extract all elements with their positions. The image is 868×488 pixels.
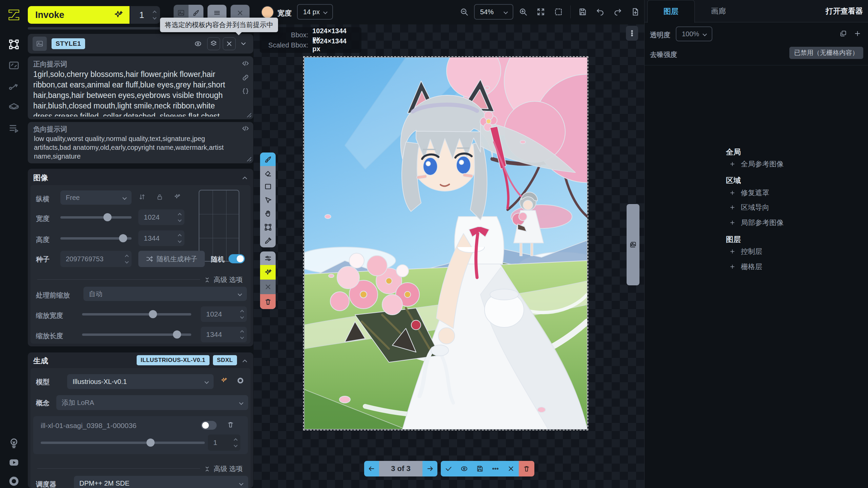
- brush-color-swatch[interactable]: [262, 6, 273, 18]
- lora-enable-toggle[interactable]: [201, 421, 217, 430]
- whats-new-icon[interactable]: [0, 434, 28, 453]
- negative-prompt-text[interactable]: low quality,worst quality,normal quality…: [34, 134, 224, 161]
- optimize-size-icon[interactable]: [174, 193, 181, 201]
- cancel-staging-icon[interactable]: [260, 280, 276, 294]
- more-actions-button[interactable]: [488, 461, 503, 476]
- prompt-link-icon[interactable]: [242, 74, 249, 81]
- discard-image-button[interactable]: [519, 461, 534, 476]
- prompt-embed-icon[interactable]: [242, 60, 249, 67]
- lora-weight-numbox[interactable]: 1: [208, 434, 240, 451]
- nav-models-icon[interactable]: [0, 97, 28, 118]
- accept-image-button[interactable]: [441, 461, 456, 476]
- zoom-in-icon[interactable]: [515, 4, 531, 20]
- lora-delete-icon[interactable]: [227, 421, 234, 428]
- image-advanced-options[interactable]: 高级 选项: [204, 275, 243, 284]
- save-image-button[interactable]: [472, 461, 488, 476]
- add-regional-reference-image[interactable]: 局部参考图像: [729, 218, 784, 227]
- add-inpaint-mask[interactable]: 修复遮罩: [729, 188, 769, 198]
- aspect-select[interactable]: Free: [60, 190, 132, 205]
- invoke-button[interactable]: Invoke: [28, 6, 130, 24]
- nav-upscaling-icon[interactable]: [0, 55, 28, 76]
- generation-collapse-icon[interactable]: [241, 357, 249, 365]
- prompt-braces-icon[interactable]: [242, 87, 249, 95]
- template-preview-icon[interactable]: [192, 37, 204, 50]
- generation-advanced-options[interactable]: 高级 选项: [204, 464, 243, 473]
- eraser-tool-icon[interactable]: [260, 166, 276, 180]
- fit-to-view-icon[interactable]: [533, 4, 549, 20]
- pan-tool-icon[interactable]: [260, 207, 276, 220]
- positive-prompt-box[interactable]: 正向提示词 1girl,solo,cherry blossoms,hair fl…: [28, 56, 253, 119]
- prompt-embed-icon[interactable]: [242, 125, 249, 132]
- redo-icon[interactable]: [610, 4, 626, 20]
- video-tutorials-icon[interactable]: [0, 453, 28, 472]
- tab-gallery[interactable]: 画廊: [695, 0, 742, 22]
- randomize-seed-button[interactable]: 随机生成种子: [138, 251, 205, 267]
- scaled-height-slider[interactable]: [82, 327, 191, 342]
- next-image-button[interactable]: [422, 461, 437, 476]
- queue-count-steppers[interactable]: [153, 11, 156, 19]
- tab-layers[interactable]: 图层: [647, 0, 695, 23]
- style-template-row[interactable]: STYLE1: [28, 34, 253, 54]
- scaled-height-numbox[interactable]: 1344: [201, 327, 247, 342]
- canvas-image[interactable]: [304, 57, 587, 429]
- model-settings-gear-icon[interactable]: [237, 377, 244, 384]
- open-viewer-button[interactable]: 打开查看器: [826, 0, 863, 22]
- settings-icon[interactable]: [0, 472, 28, 488]
- seed-input[interactable]: 2097769753: [60, 251, 132, 267]
- queue-count-box[interactable]: 1: [130, 6, 160, 24]
- height-slider[interactable]: [60, 231, 132, 245]
- image-section-collapse-icon[interactable]: [241, 174, 249, 182]
- prev-image-button[interactable]: [364, 461, 379, 476]
- gallery-drawer-handle[interactable]: [627, 204, 639, 285]
- nav-workflows-icon[interactable]: [0, 76, 28, 97]
- add-regional-guidance[interactable]: 区域导向: [729, 203, 769, 212]
- fit-bbox-icon[interactable]: [551, 4, 566, 20]
- filters-icon[interactable]: [260, 251, 276, 265]
- positive-prompt-text[interactable]: 1girl,solo,cherry blossoms,hair flower,p…: [33, 69, 233, 117]
- scaled-width-slider[interactable]: [82, 307, 191, 321]
- negative-prompt-box[interactable]: 负向提示词 low quality,worst quality,normal q…: [28, 122, 253, 163]
- opacity-select[interactable]: 100%: [676, 26, 712, 41]
- transform-tool-icon[interactable]: [260, 220, 276, 234]
- undo-icon[interactable]: [592, 4, 608, 20]
- zoom-select[interactable]: 54%: [474, 4, 513, 20]
- color-picker-tool-icon[interactable]: [260, 234, 276, 247]
- template-collapse-icon[interactable]: [237, 37, 250, 50]
- swap-dimensions-icon[interactable]: [138, 193, 146, 201]
- lora-select[interactable]: 添加 LoRA: [56, 395, 248, 410]
- brush-tool-icon[interactable]: [260, 152, 276, 166]
- select-tool-icon[interactable]: [260, 193, 276, 207]
- nav-queue-icon[interactable]: [0, 118, 28, 139]
- cancel-button[interactable]: [503, 461, 519, 476]
- width-numbox[interactable]: 1024: [138, 209, 184, 225]
- scheduler-select[interactable]: DPM++ 2M SDE: [74, 476, 248, 488]
- width-slider[interactable]: [60, 210, 132, 224]
- scaled-width-numbox[interactable]: 1024: [201, 306, 247, 322]
- new-session-icon[interactable]: [628, 4, 643, 20]
- canvas-menu-kebab-icon[interactable]: [626, 26, 638, 41]
- add-layer-icon[interactable]: [854, 30, 861, 37]
- rect-tool-icon[interactable]: [260, 180, 276, 193]
- prompt-resize-handle[interactable]: [246, 156, 251, 161]
- duplicate-layer-icon[interactable]: [840, 30, 847, 37]
- template-merge-icon[interactable]: [207, 37, 220, 50]
- show-hide-image-button[interactable]: [456, 461, 472, 476]
- add-global-reference-image[interactable]: 全局参考图像: [729, 159, 784, 169]
- add-raster-layer[interactable]: 栅格层: [729, 262, 762, 271]
- nav-canvas-icon[interactable]: [0, 34, 28, 55]
- lora-weight-slider[interactable]: [41, 436, 205, 449]
- add-control-layer[interactable]: 控制层: [729, 247, 762, 256]
- prompt-resize-handle[interactable]: [246, 112, 251, 117]
- zoom-out-icon[interactable]: [456, 4, 472, 20]
- template-dismiss-icon[interactable]: [223, 37, 236, 50]
- lock-aspect-icon[interactable]: [156, 193, 163, 201]
- scale-select[interactable]: 自动: [83, 287, 247, 301]
- height-numbox[interactable]: 1344: [138, 230, 184, 246]
- model-sparkle-icon[interactable]: [220, 377, 228, 384]
- invoke-region-icon[interactable]: [260, 265, 276, 280]
- save-canvas-icon[interactable]: [575, 4, 590, 20]
- model-select[interactable]: Illustrious-XL-v0.1: [67, 374, 214, 389]
- discard-staging-icon[interactable]: [260, 294, 276, 309]
- brush-width-select[interactable]: 14 px: [297, 4, 333, 20]
- random-toggle[interactable]: [229, 254, 245, 263]
